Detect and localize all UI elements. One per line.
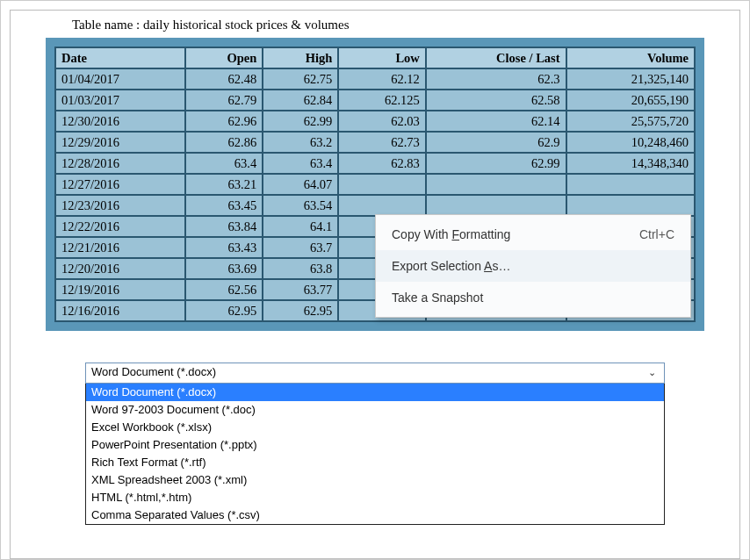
filetype-select-value: Word Document (*.docx) — [91, 365, 216, 378]
cell-volume[interactable] — [566, 174, 695, 195]
cell-open[interactable]: 62.79 — [185, 90, 263, 111]
context-menu-item[interactable]: Copy With FormattingCtrl+C — [376, 219, 690, 250]
table-row[interactable]: 12/23/201663.4563.54 — [55, 195, 695, 216]
cell-close[interactable]: 62.14 — [426, 111, 566, 132]
table-row[interactable]: 01/03/201762.7962.8462.12562.5820,655,19… — [55, 90, 695, 111]
cell-open[interactable]: 63.43 — [185, 237, 263, 258]
filetype-option[interactable]: Comma Separated Values (*.csv) — [86, 506, 664, 524]
filetype-option[interactable]: Word Document (*.docx) — [86, 384, 664, 401]
cell-open[interactable]: 62.56 — [185, 279, 263, 300]
col-low: Low — [338, 47, 426, 68]
cell-date[interactable]: 12/27/2016 — [55, 174, 185, 195]
cell-volume[interactable]: 10,248,460 — [566, 132, 695, 153]
table-row[interactable]: 12/28/201663.463.462.8362.9914,348,340 — [55, 153, 695, 174]
cell-date[interactable]: 01/03/2017 — [55, 90, 185, 111]
cell-close[interactable] — [426, 195, 566, 216]
cell-high[interactable]: 62.75 — [263, 68, 338, 90]
cell-open[interactable]: 63.45 — [185, 195, 263, 216]
cell-open[interactable]: 63.4 — [185, 153, 263, 174]
cell-high[interactable]: 63.8 — [263, 258, 338, 279]
context-menu: Copy With FormattingCtrl+CExport Selecti… — [375, 214, 691, 318]
cell-open[interactable]: 63.69 — [185, 258, 263, 279]
cell-date[interactable]: 12/20/2016 — [55, 258, 185, 279]
filetype-option[interactable]: Excel Workbook (*.xlsx) — [86, 419, 664, 436]
table-row[interactable]: 12/27/201663.2164.07 — [55, 174, 695, 195]
cell-high[interactable]: 63.77 — [263, 279, 338, 300]
cell-open[interactable]: 62.86 — [185, 132, 263, 153]
table-header-row: Date Open High Low Close / Last Volume — [55, 47, 695, 68]
col-high: High — [263, 47, 338, 68]
cell-date[interactable]: 01/04/2017 — [55, 68, 185, 90]
cell-close[interactable]: 62.3 — [426, 68, 566, 90]
chevron-down-icon: ⌄ — [648, 367, 660, 379]
context-menu-item[interactable]: Export Selection As… — [376, 250, 690, 282]
cell-low[interactable]: 62.73 — [338, 132, 426, 153]
cell-date[interactable]: 12/29/2016 — [55, 132, 185, 153]
cell-date[interactable]: 12/21/2016 — [55, 237, 185, 258]
cell-close[interactable]: 62.99 — [426, 153, 566, 174]
cell-high[interactable]: 63.7 — [263, 237, 338, 258]
cell-close[interactable] — [426, 174, 566, 195]
cell-open[interactable]: 63.84 — [185, 216, 263, 237]
cell-high[interactable]: 62.84 — [263, 90, 338, 111]
cell-volume[interactable]: 20,655,190 — [566, 90, 695, 111]
filetype-option[interactable]: PowerPoint Presentation (*.pptx) — [86, 436, 664, 454]
cell-open[interactable]: 62.96 — [185, 111, 263, 132]
table-row[interactable]: 01/04/201762.4862.7562.1262.321,325,140 — [55, 68, 695, 90]
cell-high[interactable]: 63.54 — [263, 195, 338, 216]
cell-low[interactable] — [338, 195, 426, 216]
context-menu-label: Copy With Formatting — [392, 227, 510, 241]
context-menu-item[interactable]: Take a Snapshot — [376, 282, 690, 313]
filetype-option[interactable]: HTML (*.html,*.htm) — [86, 489, 664, 506]
table-row[interactable]: 12/30/201662.9662.9962.0362.1425,575,720 — [55, 111, 695, 132]
cell-volume[interactable]: 25,575,720 — [566, 111, 695, 132]
table-title: Table name : daily historical stock pric… — [72, 18, 739, 32]
cell-date[interactable]: 12/19/2016 — [55, 279, 185, 300]
filetype-option[interactable]: Rich Text Format (*.rtf) — [86, 454, 664, 471]
cell-volume[interactable]: 14,348,340 — [566, 153, 695, 174]
cell-high[interactable]: 64.1 — [263, 216, 338, 237]
cell-close[interactable]: 62.9 — [426, 132, 566, 153]
cell-low[interactable]: 62.83 — [338, 153, 426, 174]
context-menu-label: Export Selection As… — [392, 259, 510, 273]
col-open: Open — [185, 47, 263, 68]
table-row[interactable]: 12/29/201662.8663.262.7362.910,248,460 — [55, 132, 695, 153]
cell-high[interactable]: 62.99 — [263, 111, 338, 132]
filetype-select[interactable]: Word Document (*.docx) ⌄ — [85, 363, 665, 384]
cell-low[interactable]: 62.03 — [338, 111, 426, 132]
col-date: Date — [55, 47, 185, 68]
cell-date[interactable]: 12/23/2016 — [55, 195, 185, 216]
cell-open[interactable]: 62.48 — [185, 68, 263, 90]
filetype-option[interactable]: Word 97-2003 Document (*.doc) — [86, 401, 664, 419]
cell-date[interactable]: 12/16/2016 — [55, 300, 185, 321]
cell-low[interactable] — [338, 174, 426, 195]
context-menu-shortcut: Ctrl+C — [639, 227, 674, 241]
filetype-options-list: Word Document (*.docx)Word 97-2003 Docum… — [85, 384, 665, 525]
cell-volume[interactable]: 21,325,140 — [566, 68, 695, 90]
cell-date[interactable]: 12/22/2016 — [55, 216, 185, 237]
cell-close[interactable]: 62.58 — [426, 90, 566, 111]
cell-low[interactable]: 62.125 — [338, 90, 426, 111]
cell-high[interactable]: 63.2 — [263, 132, 338, 153]
filetype-option[interactable]: XML Spreadsheet 2003 (*.xml) — [86, 471, 664, 489]
cell-low[interactable]: 62.12 — [338, 68, 426, 90]
cell-date[interactable]: 12/30/2016 — [55, 111, 185, 132]
cell-volume[interactable] — [566, 195, 695, 216]
cell-open[interactable]: 63.21 — [185, 174, 263, 195]
context-menu-label: Take a Snapshot — [392, 291, 483, 305]
cell-high[interactable]: 64.07 — [263, 174, 338, 195]
cell-high[interactable]: 62.95 — [263, 300, 338, 321]
col-volume: Volume — [566, 47, 695, 68]
cell-date[interactable]: 12/28/2016 — [55, 153, 185, 174]
col-close: Close / Last — [426, 47, 566, 68]
cell-high[interactable]: 63.4 — [263, 153, 338, 174]
cell-open[interactable]: 62.95 — [185, 300, 263, 321]
